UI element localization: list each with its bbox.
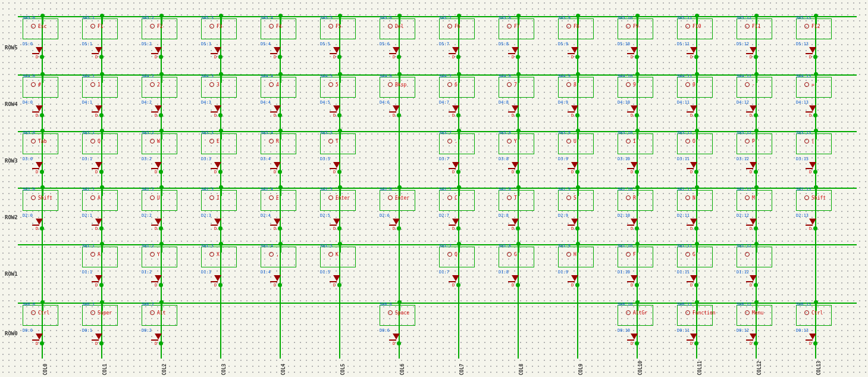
key-cell-SW1:10: SW1:10FD1:10D [613, 244, 666, 292]
col-dot-SW2:0 [40, 226, 44, 230]
key-cell-SW4:1: SW4:11D4:1D [77, 74, 131, 122]
key-cell-SW3:7: SW3:7.D3:7D [434, 131, 488, 179]
col-dot-SW5:8 [516, 55, 520, 59]
col-dot-SW4:6 [397, 113, 401, 117]
key-cell-SW4:3: SW4:33D4:3D [196, 74, 250, 122]
col-dot-SW0:2 [159, 341, 163, 345]
key-cell-SW0:0: SW0:0CtrlD0:0D [18, 303, 71, 350]
key-cell-SW4:9: SW4:98D4:9D [553, 74, 607, 122]
col-dot-SW0:6 [397, 341, 401, 345]
key-cell-SW1:1: SW1:1AD1:1D [77, 244, 131, 292]
col-dot-SW1:12 [754, 283, 758, 287]
col-label-10: COL10 [638, 351, 643, 375]
col-label-2: COL2 [162, 351, 167, 375]
key-cell-SW2:5: SW2:5EnterD2:5D [315, 188, 369, 235]
col-dot-SW1:11 [694, 283, 698, 287]
key-cell-SW3:4: SW3:4RD3:4D [256, 131, 309, 179]
key-cell-SW5:10: SW5:10F9D5:10D [613, 16, 666, 64]
key-cell-SW4:4: SW4:44D4:4D [256, 74, 309, 122]
key-cell-SW3:2: SW3:2WD3:2D [137, 131, 190, 179]
col-label-11: COL11 [697, 351, 703, 375]
key-cell-SW1:8: SW1:8GD1:8D [494, 244, 547, 292]
key-cell-SW4:13: SW4:13=D4:13D [791, 74, 845, 122]
col-dot-SW4:1 [99, 113, 104, 117]
key-cell-SW2:9: SW2:9SD2:9D [553, 188, 607, 235]
col-dot-SW5:0 [40, 55, 44, 59]
col-dot-SW5:2 [159, 55, 163, 59]
schematic-area: ROW0 ROW1 ROW2 ROW3 ROW4 ROW5 COL0 COL1 … [0, 0, 868, 377]
row-label-4: ROW4 [5, 101, 18, 107]
col-dot-SW0:10 [635, 341, 639, 345]
col-dot-SW3:13 [813, 170, 817, 174]
col-dot-SW3:4 [278, 170, 282, 174]
col-dot-SW3:3 [218, 170, 223, 174]
key-cell-SW2:0: SW2:0ShiftD2:0D [18, 188, 71, 235]
col-label-13: COL13 [816, 351, 822, 375]
col-dot-SW4:5 [337, 113, 341, 117]
key-cell-SW5:3: SW5:3F3D5:3D [196, 16, 250, 64]
key-cell-SW0:11: SW0:11FunctionD0:11D [672, 303, 726, 350]
col-dot-SW5:3 [218, 55, 223, 59]
key-cell-SW4:8: SW4:87D4:8D [494, 74, 547, 122]
key-cell-SW5:11: SW5:11F10D5:11D [672, 16, 726, 64]
col-dot-SW5:5 [337, 55, 341, 59]
col-dot-SW5:6 [397, 55, 401, 59]
col-dot-SW4:12 [754, 113, 758, 117]
key-cell-SW3:1: SW3:1QD3:1D [77, 131, 131, 179]
col-dot-SW0:11 [694, 341, 698, 345]
row-label-0: ROW0 [5, 331, 18, 337]
col-dot-SW2:6 [397, 226, 401, 230]
col-dot-SW4:7 [456, 113, 460, 117]
key-cell-SW0:10: SW0:10AltGrD0:10D [613, 303, 666, 350]
col-dot-SW0:0 [40, 341, 44, 345]
col-dot-SW1:9 [575, 283, 579, 287]
col-dot-SW5:4 [278, 55, 282, 59]
row-label-5: ROW5 [5, 45, 18, 51]
key-cell-SW5:1: SW5:1F1D5:1D [77, 16, 131, 64]
key-cell-SW4:7: SW4:76D4:7D [434, 74, 488, 122]
col-dot-SW1:5 [337, 283, 341, 287]
key-cell-SW5:4: SW5:4F4D5:4D [256, 16, 309, 64]
col-dot-SW2:9 [575, 226, 579, 230]
key-cell-SW3:13: SW3:13[D3:13D [791, 131, 845, 179]
key-cell-SW2:8: SW2:8TD2:8D [494, 188, 547, 235]
key-cell-SW4:10: SW4:109D4:10D [613, 74, 666, 122]
col-dot-SW2:3 [218, 226, 223, 230]
col-dot-SW4:11 [694, 113, 698, 117]
col-dot-SW4:4 [278, 113, 282, 117]
key-cell-SW5:9: SW5:9F8D5:9D [553, 16, 607, 64]
col-dot-SW0:13 [813, 341, 817, 345]
key-cell-SW4:0: SW4:0#D4:0D [18, 74, 71, 122]
key-cell-SW3:9: SW3:9UD3:9D [553, 131, 607, 179]
key-cell-SW2:11: SW2:11ND2:11D [672, 188, 726, 235]
key-cell-SW3:3: SW3:3ED3:3D [196, 131, 250, 179]
col-dot-SW3:10 [635, 170, 639, 174]
col-dot-SW5:9 [575, 55, 579, 59]
col-dot-SW2:10 [635, 226, 639, 230]
key-cell-SW2:3: SW2:3ID2:3D [196, 188, 250, 235]
key-cell-SW3:11: SW3:11OD3:11D [672, 131, 726, 179]
col-dot-SW1:10 [635, 283, 639, 287]
key-cell-SW2:1: SW2:1AD2:1D [77, 188, 131, 235]
col-dot-SW1:4 [278, 283, 282, 287]
col-dot-SW4:8 [516, 113, 520, 117]
key-cell-SW5:2: SW5:2F2D5:2D [137, 16, 190, 64]
key-cell-SW0:1: SW0:1SuperD0:1D [77, 303, 131, 350]
key-cell-SW2:12: SW2:12MD2:12D [732, 188, 785, 235]
col-dot-SW3:12 [754, 170, 758, 174]
col-dot-SW4:13 [813, 113, 817, 117]
key-cell-SW1:7: SW1:7QD1:7D [434, 244, 488, 292]
key-cell-SW1:4: SW1:4,D1:4D [256, 244, 309, 292]
col-dot-SW1:2 [159, 283, 163, 287]
col-dot-SW5:7 [456, 55, 460, 59]
key-cell-SW4:6: SW4:6BkspD4:6D [375, 74, 428, 122]
col-label-7: COL7 [459, 351, 465, 375]
key-cell-SW3:8: SW3:8YD3:8D [494, 131, 547, 179]
col-dot-SW4:9 [575, 113, 579, 117]
col-label-8: COL8 [519, 351, 524, 375]
key-cell-SW1:2: SW1:2YD1:2D [137, 244, 190, 292]
col-dot-SW1:7 [456, 283, 460, 287]
key-cell-SW5:8: SW5:8F7D5:8D [494, 16, 547, 64]
key-cell-SW5:6: SW5:6DelD5:6D [375, 16, 428, 64]
col-label-0: COL0 [43, 351, 48, 375]
